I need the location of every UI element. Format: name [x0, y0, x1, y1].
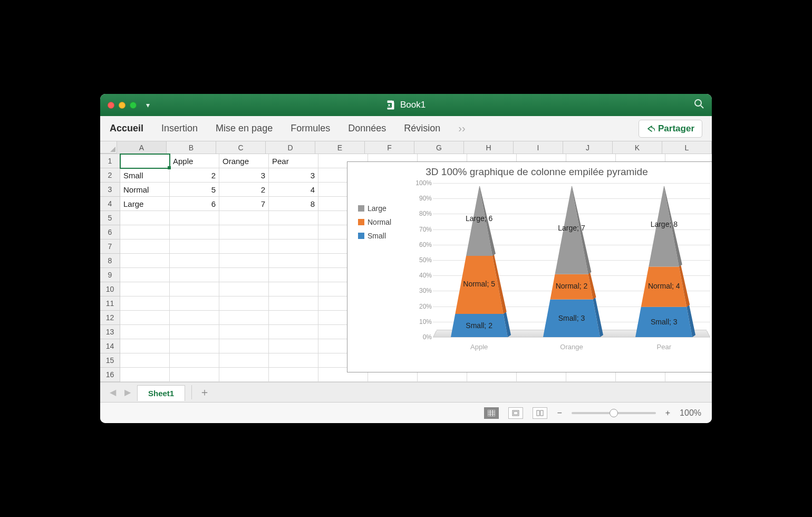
cell-B8[interactable] [170, 254, 219, 268]
view-normal-button[interactable] [484, 407, 499, 419]
cell-B2[interactable]: 2 [170, 168, 219, 183]
cell-C1[interactable]: Orange [219, 154, 269, 168]
cell-D3[interactable]: 4 [269, 183, 318, 197]
cell-D14[interactable] [269, 339, 318, 353]
row-header-10[interactable]: 10 [100, 282, 120, 296]
cell-A1[interactable] [120, 154, 170, 168]
cell-B9[interactable] [170, 268, 219, 282]
cell-C14[interactable] [219, 339, 269, 353]
cell-A15[interactable] [120, 353, 170, 368]
row-header-9[interactable]: 9 [100, 268, 120, 282]
column-header-K[interactable]: K [613, 141, 662, 154]
search-button[interactable] [694, 99, 704, 111]
qat-customize-icon[interactable]: ▾ [146, 101, 150, 109]
add-sheet-button[interactable]: ＋ [191, 385, 217, 399]
column-header-I[interactable]: I [514, 141, 563, 154]
cell-D15[interactable] [269, 353, 318, 368]
cell-A2[interactable]: Small [120, 168, 170, 183]
cell-C10[interactable] [219, 282, 269, 296]
cell-D16[interactable] [269, 368, 318, 382]
sheet-nav-prev[interactable]: ◀ [108, 387, 118, 397]
cell-C5[interactable] [219, 211, 269, 225]
cell-A16[interactable] [120, 368, 170, 382]
column-header-A[interactable]: A [117, 141, 167, 154]
cell-D9[interactable] [269, 268, 318, 282]
cell-B16[interactable] [170, 368, 219, 382]
cell-C15[interactable] [219, 353, 269, 368]
tab-mise-en-page[interactable]: Mise en page [216, 123, 273, 134]
cell-D2[interactable]: 3 [269, 168, 318, 183]
row-header-8[interactable]: 8 [100, 254, 120, 268]
cell-B13[interactable] [170, 325, 219, 339]
cell-A12[interactable] [120, 311, 170, 325]
cell-A8[interactable] [120, 254, 170, 268]
zoom-slider[interactable] [572, 412, 656, 414]
row-header-7[interactable]: 7 [100, 240, 120, 254]
cell-B3[interactable]: 5 [170, 183, 219, 197]
column-header-J[interactable]: J [563, 141, 613, 154]
column-header-B[interactable]: B [167, 141, 216, 154]
cell-A6[interactable] [120, 225, 170, 240]
cell-D1[interactable]: Pear [269, 154, 318, 168]
cell-C12[interactable] [219, 311, 269, 325]
tab-formules[interactable]: Formules [291, 123, 330, 134]
row-header-14[interactable]: 14 [100, 339, 120, 353]
cell-B15[interactable] [170, 353, 219, 368]
view-page-layout-button[interactable] [508, 407, 523, 419]
cell-B4[interactable]: 6 [170, 197, 219, 211]
row-header-4[interactable]: 4 [100, 197, 120, 211]
tab-donnees[interactable]: Données [348, 123, 386, 134]
row-header-12[interactable]: 12 [100, 311, 120, 325]
column-header-C[interactable]: C [216, 141, 266, 154]
column-header-F[interactable]: F [365, 141, 414, 154]
cell-C8[interactable] [219, 254, 269, 268]
cell-B14[interactable] [170, 339, 219, 353]
cell-C16[interactable] [219, 368, 269, 382]
cells-area[interactable]: 3D 100% graphique de colonne empilée pyr… [120, 154, 712, 382]
sheet-nav-next[interactable]: ▶ [122, 387, 133, 397]
view-page-break-button[interactable] [533, 407, 547, 419]
row-header-11[interactable]: 11 [100, 296, 120, 311]
cell-D10[interactable] [269, 282, 318, 296]
row-header-3[interactable]: 3 [100, 183, 120, 197]
cell-B1[interactable]: Apple [170, 154, 219, 168]
cell-D7[interactable] [269, 240, 318, 254]
cell-C3[interactable]: 2 [219, 183, 269, 197]
sheet-tab-1[interactable]: Sheet1 [137, 385, 185, 401]
cell-A11[interactable] [120, 296, 170, 311]
zoom-slider-knob[interactable] [610, 409, 618, 417]
cell-D6[interactable] [269, 225, 318, 240]
cell-A10[interactable] [120, 282, 170, 296]
cell-B6[interactable] [170, 225, 219, 240]
column-header-L[interactable]: L [662, 141, 712, 154]
row-header-13[interactable]: 13 [100, 325, 120, 339]
cell-D12[interactable] [269, 311, 318, 325]
embedded-chart[interactable]: 3D 100% graphique de colonne empilée pyr… [347, 161, 712, 372]
cell-C6[interactable] [219, 225, 269, 240]
row-header-15[interactable]: 15 [100, 353, 120, 368]
column-header-D[interactable]: D [266, 141, 315, 154]
column-header-H[interactable]: H [464, 141, 514, 154]
maximize-window-button[interactable] [130, 102, 137, 109]
cell-A4[interactable]: Large [120, 197, 170, 211]
quick-access-toolbar[interactable]: ▾ [146, 101, 150, 109]
column-header-E[interactable]: E [315, 141, 365, 154]
cell-D5[interactable] [269, 211, 318, 225]
cell-C7[interactable] [219, 240, 269, 254]
tab-insertion[interactable]: Insertion [161, 123, 198, 134]
row-header-1[interactable]: 1 [100, 154, 120, 168]
tab-revision[interactable]: Révision [404, 123, 440, 134]
cell-D13[interactable] [269, 325, 318, 339]
cell-A3[interactable]: Normal [120, 183, 170, 197]
column-header-G[interactable]: G [414, 141, 464, 154]
select-all-corner[interactable] [100, 141, 117, 154]
cell-C13[interactable] [219, 325, 269, 339]
close-window-button[interactable] [108, 102, 114, 109]
row-header-16[interactable]: 16 [100, 368, 120, 382]
cell-B7[interactable] [170, 240, 219, 254]
row-header-6[interactable]: 6 [100, 225, 120, 240]
share-button[interactable]: Partager [639, 120, 702, 138]
zoom-in-button[interactable]: + [665, 408, 670, 418]
cell-B10[interactable] [170, 282, 219, 296]
cell-D8[interactable] [269, 254, 318, 268]
